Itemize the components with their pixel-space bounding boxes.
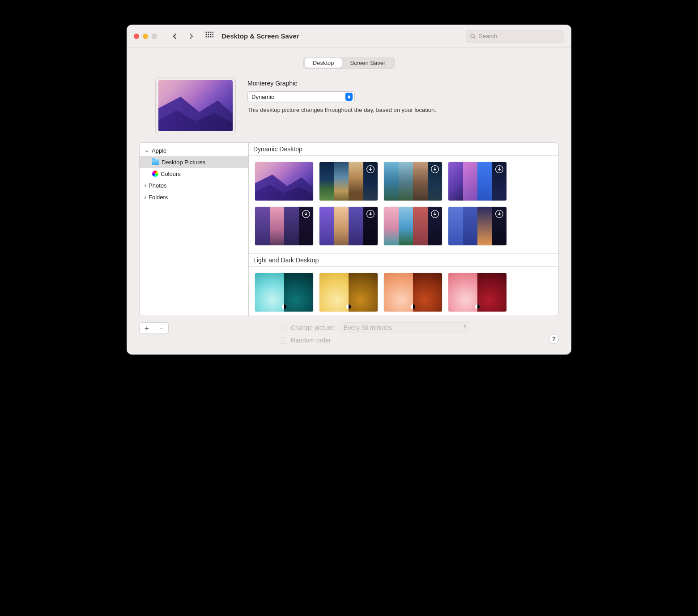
help-button[interactable]: ? xyxy=(549,334,559,344)
add-remove-source: ＋ － xyxy=(139,322,169,334)
system-preferences-window: Desktop & Screen Saver Desktop Screen Sa… xyxy=(127,25,571,355)
download-icon xyxy=(495,210,504,218)
wallpaper-thumb-beach[interactable] xyxy=(384,207,442,245)
window-controls xyxy=(134,34,157,39)
tab-bar: Desktop Screen Saver xyxy=(139,57,559,69)
light-dark-icon xyxy=(474,304,481,310)
wallpaper-mode-value: Dynamic xyxy=(251,94,274,100)
section-header-lightdark: Light and Dark Desktop xyxy=(249,253,558,267)
change-picture-label: Change picture: xyxy=(291,324,335,331)
download-icon xyxy=(302,210,311,218)
change-picture-interval-select: Every 30 minutes xyxy=(340,322,469,333)
svg-point-6 xyxy=(210,34,211,35)
wallpaper-thumb-red[interactable] xyxy=(448,273,506,312)
light-dark-icon xyxy=(281,304,287,310)
wallpaper-thumb-monterey[interactable] xyxy=(319,162,378,201)
add-source-button[interactable]: ＋ xyxy=(140,323,154,334)
sidebar-item-photos[interactable]: Photos xyxy=(140,180,248,191)
chevron-right-icon xyxy=(144,182,146,189)
select-arrows-icon xyxy=(345,93,353,101)
tab-screen-saver[interactable]: Screen Saver xyxy=(342,58,393,68)
current-wallpaper-section: Monterey Graphic Dynamic This desktop pi… xyxy=(139,77,559,142)
sidebar-item-apple[interactable]: Apple xyxy=(140,145,248,156)
wallpaper-thumb-orange[interactable] xyxy=(384,273,442,312)
random-order-checkbox xyxy=(280,337,286,344)
change-picture-interval-value: Every 30 minutes xyxy=(344,324,392,331)
wallpaper-preview-well xyxy=(155,77,236,134)
change-picture-row: Change picture: Every 30 minutes xyxy=(280,322,469,333)
svg-point-10 xyxy=(210,36,211,37)
svg-point-1 xyxy=(208,31,209,33)
nav-forward-button[interactable] xyxy=(185,30,197,43)
svg-point-8 xyxy=(205,36,207,37)
download-icon xyxy=(366,210,375,218)
svg-point-12 xyxy=(471,34,474,38)
wallpaper-thumb-gradient[interactable] xyxy=(448,207,506,245)
download-icon xyxy=(430,210,439,218)
source-sidebar: Apple Desktop Pictures Colours Photos Fo… xyxy=(140,143,249,316)
wallpaper-preview-image xyxy=(158,80,233,131)
remove-source-button: － xyxy=(154,323,168,334)
svg-point-4 xyxy=(205,34,207,35)
wallpaper-name: Monterey Graphic xyxy=(247,80,543,87)
show-all-prefs-button[interactable] xyxy=(205,31,213,41)
window-title: Desktop & Screen Saver xyxy=(221,32,299,40)
change-picture-checkbox[interactable] xyxy=(280,325,286,331)
nav-back-button[interactable] xyxy=(169,30,181,43)
light-dark-icon xyxy=(410,304,416,310)
lightdark-thumbnails xyxy=(249,267,558,316)
wallpaper-description: This desktop picture changes throughout … xyxy=(247,107,543,113)
download-icon xyxy=(430,165,439,174)
wallpaper-thumb-iridescent[interactable] xyxy=(255,207,313,245)
wallpaper-thumb-teal[interactable] xyxy=(255,273,313,312)
light-dark-icon xyxy=(345,304,352,310)
svg-point-5 xyxy=(208,34,209,35)
section-header-dynamic: Dynamic Desktop xyxy=(249,143,558,156)
svg-point-3 xyxy=(212,31,213,33)
sidebar-item-label: Apple xyxy=(152,147,166,154)
content-area: Desktop Screen Saver Monterey Graphic Dy… xyxy=(127,48,571,355)
download-icon xyxy=(495,165,504,174)
close-window-button[interactable] xyxy=(134,34,139,39)
sidebar-item-label: Folders xyxy=(149,194,168,201)
select-arrows-icon xyxy=(464,324,466,328)
svg-point-11 xyxy=(212,36,213,37)
sidebar-item-label: Desktop Pictures xyxy=(162,159,205,166)
titlebar: Desktop & Screen Saver xyxy=(127,25,571,48)
random-order-label: Random order xyxy=(291,337,331,344)
random-order-row: Random order xyxy=(280,337,469,344)
download-icon xyxy=(366,165,375,174)
footer-controls: ＋ － Change picture: Every 30 minutes Ran… xyxy=(139,322,559,344)
svg-point-2 xyxy=(210,31,211,33)
wallpaper-mode-select[interactable]: Dynamic xyxy=(247,91,355,102)
wallpaper-thumb-desert[interactable] xyxy=(319,207,378,245)
wallpaper-thumb-big-sur[interactable] xyxy=(384,162,442,201)
search-field[interactable] xyxy=(466,30,564,43)
wallpaper-thumb-yellow[interactable] xyxy=(319,273,378,312)
wallpaper-thumb-monterey-graphic[interactable] xyxy=(255,162,313,201)
wallpaper-gallery[interactable]: Dynamic Desktop xyxy=(249,143,558,316)
sidebar-item-label: Photos xyxy=(149,182,166,189)
zoom-window-button[interactable] xyxy=(152,34,157,39)
sidebar-item-label: Colours xyxy=(161,171,181,177)
sidebar-item-folders[interactable]: Folders xyxy=(140,191,248,203)
svg-point-0 xyxy=(205,31,207,33)
sidebar-item-colours[interactable]: Colours xyxy=(140,168,248,180)
wallpaper-thumb-big-sur-graphic[interactable] xyxy=(448,162,506,201)
svg-point-9 xyxy=(208,36,209,37)
folder-icon xyxy=(152,159,159,165)
chevron-right-icon xyxy=(144,194,146,201)
colour-wheel-icon xyxy=(152,171,158,177)
chevron-down-icon xyxy=(144,146,149,154)
minimize-window-button[interactable] xyxy=(143,34,148,39)
wallpaper-browser: Apple Desktop Pictures Colours Photos Fo… xyxy=(139,142,559,316)
svg-line-13 xyxy=(474,37,475,38)
svg-point-7 xyxy=(212,34,213,35)
dynamic-thumbnails xyxy=(249,156,558,253)
tab-desktop[interactable]: Desktop xyxy=(305,58,342,68)
sidebar-item-desktop-pictures[interactable]: Desktop Pictures xyxy=(140,156,248,168)
search-input[interactable] xyxy=(479,33,560,39)
